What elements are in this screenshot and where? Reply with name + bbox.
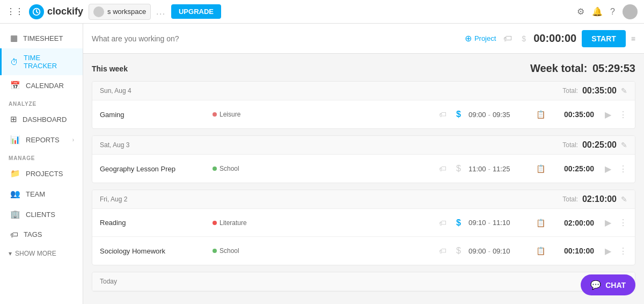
week-total-container: Week total: 05:29:53 [527,62,635,75]
entry-tag-icon[interactable]: 🏷 [439,219,447,227]
table-row: Reading Literature 🏷 $ 09:10 - 11:10 📋 0… [92,209,635,237]
day-group-fri-aug2: Fri, Aug 2 Total: 02:10:00 ✎ Reading Lit… [92,190,635,265]
day-header-fri-aug2: Fri, Aug 2 Total: 02:10:00 ✎ [92,190,635,209]
entry-duration: 00:10:00 [554,247,594,255]
sidebar-item-reports[interactable]: 📊 REPORTS › [0,129,83,150]
logo: clockify [29,4,83,19]
entry-time-range: 11:00 - 11:25 [469,165,528,173]
team-icon: 👥 [10,189,20,199]
project-button[interactable]: ⊕ Project [465,33,496,44]
help-icon[interactable]: ? [610,7,615,17]
time-tracker-icon: ⏱ [10,57,18,67]
entry-play-button[interactable]: ▶ [605,218,611,228]
entry-more-button[interactable]: ⋮ [619,164,627,174]
user-avatar[interactable] [623,4,638,19]
billable-button[interactable]: $ [522,34,526,43]
week-total-label: Week total: 05:29:53 [527,66,635,74]
entry-calendar-icon[interactable]: 📋 [536,219,545,227]
logo-text: clockify [47,6,83,17]
project-name: Literature [219,219,247,227]
sidebar-item-label: TIME TRACKER [24,54,74,70]
topnav-right: ⚙ 🔔 ? [577,4,638,19]
entry-more-button[interactable]: ⋮ [619,110,627,120]
notifications-icon[interactable]: 🔔 [592,6,603,17]
entry-more-button[interactable]: ⋮ [619,246,627,256]
entry-time-range: 09:10 - 11:10 [469,219,528,227]
sidebar-item-projects[interactable]: 📁 PROJECTS [0,163,83,184]
entry-time-range: 09:00 - 09:35 [469,111,528,119]
sidebar-item-label: TIMESHEET [23,34,63,42]
entry-name: Sociology Homework [100,247,207,255]
entry-project: Leisure [213,111,240,118]
project-dot [213,221,217,225]
table-row: Gaming Leisure 🏷 $ 09:00 - 09:35 📋 00:35… [92,100,635,128]
entry-tag-icon[interactable]: 🏷 [439,247,447,255]
entry-start-time: 09:00 [469,247,486,255]
entry-tag-icon[interactable]: 🏷 [439,164,447,173]
dashboard-icon: ⊞ [10,114,17,124]
calendar-icon: 📅 [10,81,20,90]
sidebar-item-label: REPORTS [26,136,60,144]
entry-duration: 00:35:00 [554,110,594,119]
entry-play-button[interactable]: ▶ [605,110,611,120]
sidebar-item-label: PROJECTS [26,170,63,178]
day-header-today: Today Total: 02:... [92,272,635,291]
settings-icon[interactable]: ⚙ [577,6,584,17]
entry-calendar-icon[interactable]: 📋 [536,164,545,173]
entry-tag-icon[interactable]: 🏷 [439,110,447,119]
entry-options-button[interactable]: ≡ [631,34,635,43]
entry-name: Geography Lesson Prep [100,165,207,173]
entry-more-button[interactable]: ⋮ [619,218,627,228]
grid-icon[interactable]: ⋮⋮ [6,6,24,17]
workspace-label: s workspace [107,8,146,16]
main-content: ⊕ Project 🏷 $ 00:00:00 START ≡ This week… [83,24,644,304]
day-total: Total: 02:10:00 ✎ [562,194,627,204]
sidebar-item-dashboard[interactable]: ⊞ DASHBOARD [0,109,83,129]
project-plus-icon: ⊕ [465,33,472,44]
entry-start-time: 11:00 [469,165,486,173]
sidebar-item-label: DASHBOARD [23,115,67,124]
day-edit-icon[interactable]: ✎ [621,86,627,95]
show-more-button[interactable]: ▾ SHOW MORE [0,244,83,263]
entry-start-time: 09:00 [469,111,486,119]
day-group-sun-aug4: Sun, Aug 4 Total: 00:35:00 ✎ Gaming Leis… [92,81,635,129]
entry-calendar-icon[interactable]: 📋 [536,110,545,119]
entry-play-button[interactable]: ▶ [605,164,611,174]
entry-time-dash: - [488,111,491,119]
entry-calendar-icon[interactable]: 📋 [536,247,545,255]
day-edit-icon[interactable]: ✎ [621,195,627,204]
entry-billable-icon[interactable]: $ [456,246,461,256]
entry-billable-icon[interactable]: $ [456,164,461,173]
chat-button[interactable]: 💬 CHAT [581,274,635,295]
upgrade-button[interactable]: UPGRADE [171,4,221,19]
entry-billable-icon[interactable]: $ [456,218,461,228]
entry-play-button[interactable]: ▶ [605,246,611,256]
tag-button[interactable]: 🏷 [501,34,514,44]
day-total-label: Total: [562,196,578,203]
more-button[interactable]: ... [156,8,166,16]
sidebar-item-time-tracker[interactable]: ⏱ TIME TRACKER [0,48,83,75]
workspace-button[interactable]: s workspace [89,4,151,20]
day-total-label: Total: [562,87,578,95]
week-total-time: 05:29:53 [592,62,635,74]
sidebar-item-timesheet[interactable]: ▦ TIMESHEET [0,28,83,48]
day-total-time: 02:10:00 [582,194,617,204]
project-label: Project [474,34,496,42]
entry-end-time: 09:35 [493,111,510,119]
entry-time-dash: - [488,165,491,173]
sidebar-item-team[interactable]: 👥 TEAM [0,184,83,204]
chat-label: CHAT [605,281,626,289]
entry-project: School [213,247,239,255]
sidebar-item-clients[interactable]: 🏢 CLIENTS [0,204,83,225]
entry-time-dash: - [488,247,491,255]
sidebar-item-tags[interactable]: 🏷 TAGS [0,225,83,244]
sidebar-item-label: TAGS [24,230,42,238]
entry-billable-icon[interactable]: $ [456,110,461,119]
day-total: Total: 00:35:00 ✎ [562,86,627,96]
entry-end-time: 09:10 [493,247,510,255]
sidebar-item-calendar[interactable]: 📅 CALENDAR [0,75,83,96]
day-edit-icon[interactable]: ✎ [621,141,627,149]
time-entry-input[interactable] [92,34,459,43]
project-name: School [219,247,239,255]
start-button[interactable]: START [582,30,626,47]
